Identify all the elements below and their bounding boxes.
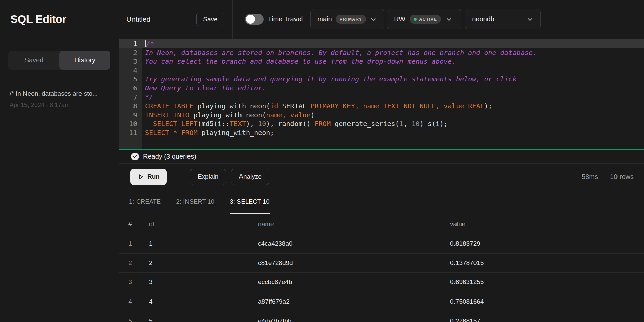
cell: c4ca4238a0 xyxy=(251,240,443,247)
token xyxy=(169,129,173,137)
branch-name: main xyxy=(317,15,332,23)
code-lines: 1/*2In Neon, databases are stored on bra… xyxy=(119,39,644,137)
token: generate_series( xyxy=(331,120,399,128)
token: Try generating sample data and querying … xyxy=(145,75,517,83)
check-circle-icon xyxy=(131,153,139,160)
token: In Neon, databases are stored on branche… xyxy=(145,49,537,57)
cell: 4 xyxy=(119,292,142,311)
cell: 2 xyxy=(142,259,251,267)
cell: 5 xyxy=(119,311,142,322)
token: REAL xyxy=(468,102,484,110)
time-travel-toggle[interactable] xyxy=(245,14,264,25)
results-table: #idnamevalue11c4ca4238a00.818372922c81e7… xyxy=(119,214,644,322)
cell: a87ff679a2 xyxy=(251,298,443,305)
run-button-label: Run xyxy=(147,173,160,180)
token: name, xyxy=(266,111,286,119)
code-text: CREATE TABLE playing_with_neon(id SERIAL… xyxy=(142,102,492,111)
analyze-button[interactable]: Analyze xyxy=(231,169,269,185)
sidebar-header: SQL Editor xyxy=(0,0,119,39)
code-text: SELECT LEFT(md5(i::TEXT), 10), random() … xyxy=(142,119,448,128)
toggle-knob xyxy=(246,15,255,24)
cell: 0.13787015 xyxy=(443,259,644,267)
token: * xyxy=(173,129,177,137)
text-cursor xyxy=(145,40,146,47)
endpoint-status-badge: ACTIVE xyxy=(410,15,441,24)
branch-select[interactable]: main PRIMARY xyxy=(310,9,384,29)
tab-history[interactable]: History xyxy=(59,51,110,70)
save-button[interactable]: Save xyxy=(196,13,224,26)
token: /* xyxy=(146,40,154,48)
code-text: INSERT INTO playing_with_neon(name, valu… xyxy=(142,111,315,120)
cell: 5 xyxy=(142,317,251,322)
token: (md5(i:: xyxy=(198,120,230,128)
chevron-down-icon xyxy=(526,16,534,23)
code-line[interactable]: 1/* xyxy=(119,39,644,48)
code-line[interactable]: 3You can select the branch and database … xyxy=(119,57,644,66)
column-header-name: name xyxy=(251,220,443,228)
cell: e4da3b7fbb xyxy=(251,317,443,322)
result-tab-2-insert-10[interactable]: 2: INSERT 10 xyxy=(176,190,214,214)
result-tabs: 1: CREATE2: INSERT 103: SELECT 10 xyxy=(119,190,644,214)
history-list: /* In Neon, databases are sto...Apr 15, … xyxy=(0,81,119,109)
main-pane: Untitled Save Time Travel main PRIMARY R… xyxy=(119,0,644,322)
cell: 0.75081664 xyxy=(443,298,644,305)
token: playing_with_neon( xyxy=(194,102,270,110)
cell: 2 xyxy=(119,254,142,273)
explain-button[interactable]: Explain xyxy=(190,169,226,185)
token: value xyxy=(444,102,464,110)
token: PRIMARY KEY, xyxy=(311,102,359,110)
code-line[interactable]: 2In Neon, databases are stored on branch… xyxy=(119,48,644,57)
line-number: 1 xyxy=(119,39,142,48)
code-line[interactable]: 5Try generating sample data and querying… xyxy=(119,75,644,84)
tab-saved[interactable]: Saved xyxy=(8,51,59,70)
token: FROM xyxy=(315,120,331,128)
code-line[interactable]: 8CREATE TABLE playing_with_neon(id SERIA… xyxy=(119,102,644,111)
cell: 1 xyxy=(142,240,251,247)
branch-primary-badge: PRIMARY xyxy=(336,15,366,24)
saved-history-switch-zone: SavedHistory xyxy=(0,39,119,81)
result-tab-1-create[interactable]: 1: CREATE xyxy=(129,190,161,214)
topbar: Untitled Save Time Travel main PRIMARY R… xyxy=(119,0,644,39)
code-line[interactable]: 7*/ xyxy=(119,93,644,102)
line-number: 2 xyxy=(119,48,142,57)
database-select[interactable]: neondb xyxy=(465,9,541,29)
result-tab-3-select-10[interactable]: 3: SELECT 10 xyxy=(230,190,269,214)
time-travel-label: Time Travel xyxy=(268,15,303,23)
saved-history-segmented-control: SavedHistory xyxy=(8,51,110,70)
code-line[interactable]: 9INSERT INTO playing_with_neon(name, val… xyxy=(119,111,644,120)
code-line[interactable]: 4 xyxy=(119,66,644,75)
token: value xyxy=(290,111,311,119)
line-number: 5 xyxy=(119,75,142,84)
line-number: 3 xyxy=(119,57,142,66)
table-row: 11c4ca4238a00.8183729 xyxy=(119,234,644,254)
code-text: You can select the branch and database t… xyxy=(142,57,456,66)
history-item[interactable]: /* In Neon, databases are sto...Apr 15, … xyxy=(10,90,111,109)
token xyxy=(359,102,363,110)
cell: 3 xyxy=(142,278,251,286)
code-text: */ xyxy=(142,93,153,102)
code-text: New Query to clear the editor. xyxy=(142,84,266,93)
run-button[interactable]: Run xyxy=(130,169,167,185)
token: ) xyxy=(311,111,315,119)
column-header-value: value xyxy=(443,220,644,228)
code-line[interactable]: 6New Query to clear the editor. xyxy=(119,84,644,93)
line-number: 7 xyxy=(119,93,142,102)
code-line[interactable]: 11SELECT * FROM playing_with_neon; xyxy=(119,128,644,137)
column-header-id: id xyxy=(142,220,251,228)
token: SELECT LEFT xyxy=(153,120,197,128)
token: CREATE TABLE xyxy=(145,102,194,110)
table-row: 22c81e728d9d0.13787015 xyxy=(119,254,644,273)
token xyxy=(464,102,468,110)
play-icon xyxy=(138,174,144,180)
token: ), xyxy=(246,120,258,128)
endpoint-select[interactable]: RW ACTIVE xyxy=(387,9,461,29)
cell: 1 xyxy=(119,234,142,253)
token: You can select the branch and database t… xyxy=(145,57,456,65)
line-number: 4 xyxy=(119,66,142,75)
code-text: /* xyxy=(142,39,154,48)
code-editor[interactable]: 1/*2In Neon, databases are stored on bra… xyxy=(119,39,644,149)
code-line[interactable]: 10 SELECT LEFT(md5(i::TEXT), 10), random… xyxy=(119,119,644,128)
line-number: 10 xyxy=(119,119,142,128)
token: FROM xyxy=(181,129,197,137)
query-metrics: 58ms 10 rows xyxy=(582,173,634,181)
